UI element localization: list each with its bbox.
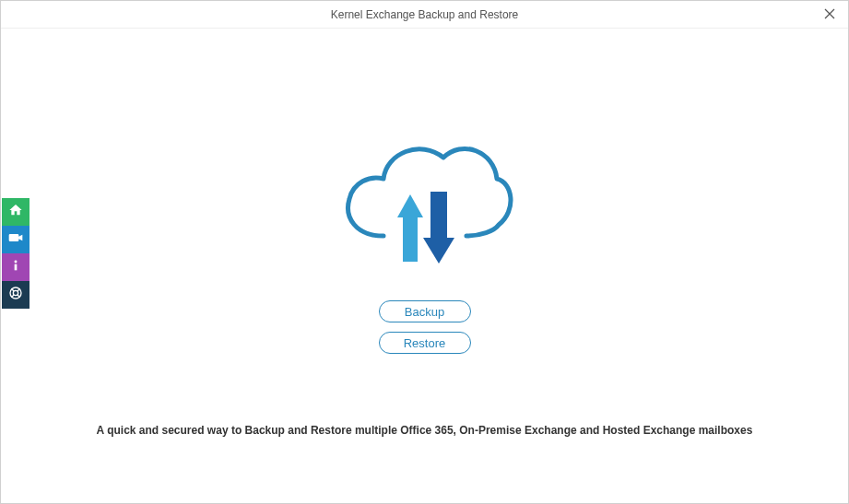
action-buttons: Backup Restore <box>379 300 471 354</box>
main-content: Backup Restore A quick and secured way t… <box>1 29 848 503</box>
svg-marker-4 <box>397 194 423 217</box>
restore-button-label: Restore <box>404 336 446 350</box>
svg-rect-6 <box>430 192 447 240</box>
tagline-text: A quick and secured way to Backup and Re… <box>1 424 848 437</box>
svg-rect-5 <box>403 216 418 262</box>
svg-marker-7 <box>423 238 454 264</box>
close-icon <box>822 8 837 19</box>
restore-button[interactable]: Restore <box>379 332 471 354</box>
window-title: Kernel Exchange Backup and Restore <box>331 8 518 21</box>
cloud-illustration <box>333 135 517 296</box>
backup-button-label: Backup <box>405 305 444 319</box>
close-button[interactable] <box>822 6 837 21</box>
titlebar: Kernel Exchange Backup and Restore <box>1 1 848 29</box>
backup-button[interactable]: Backup <box>379 300 471 322</box>
